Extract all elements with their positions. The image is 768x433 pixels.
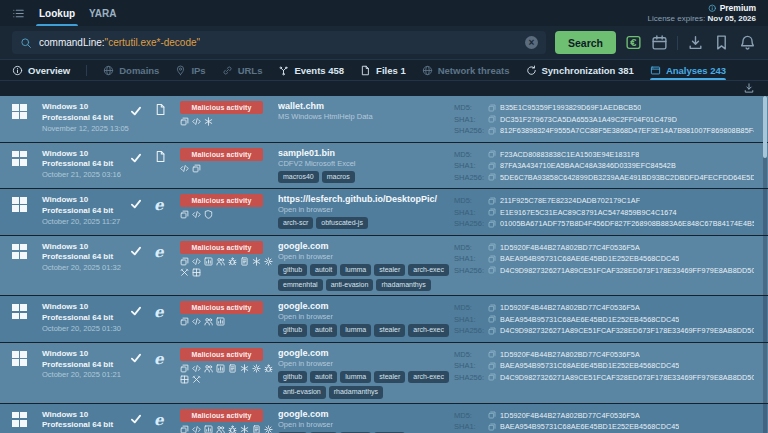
premium-badge[interactable]: Premium — [647, 3, 756, 14]
download-icon[interactable] — [687, 34, 704, 51]
copy-icon[interactable] — [488, 173, 496, 181]
tab-domains[interactable]: Domains — [103, 60, 159, 80]
clear-search-button[interactable]: × — [525, 36, 538, 49]
copy-icon[interactable] — [488, 127, 496, 135]
copy-icon[interactable] — [488, 162, 496, 170]
sha1-value[interactable]: 87FA3A434710EA5BAAC48A3846D0339EFC84542B — [500, 161, 676, 170]
copy-icon[interactable] — [488, 411, 496, 419]
copy-icon[interactable] — [488, 327, 496, 335]
tag-macros[interactable]: macros — [322, 171, 355, 183]
analysis-name[interactable]: google.com — [278, 348, 450, 358]
menu-icon[interactable] — [12, 7, 25, 20]
md5-value[interactable]: 211F925C78E7E82324DADB702179C1AF — [500, 196, 640, 205]
sha256-value[interactable]: D4C9D9827326271A89CE51FCAF328ED673F178E3… — [500, 373, 754, 382]
copy-icon[interactable] — [488, 362, 496, 370]
tag-stealer[interactable]: stealer — [374, 371, 405, 383]
tab-synchronization-381[interactable]: Synchronization 381 — [526, 60, 634, 80]
copy-icon[interactable] — [488, 315, 496, 323]
analysis-name[interactable]: google.com — [278, 409, 450, 419]
md5-value[interactable]: 1D5920F4B44B27A802BD77C4F0536F5A — [500, 243, 640, 252]
analysis-row[interactable]: Windows 10 Professional 64 bitOctober 20… — [0, 189, 768, 235]
tab-yara[interactable]: YARA — [89, 0, 116, 26]
tag-lumma[interactable]: lumma — [340, 324, 371, 336]
analysis-name[interactable]: sample01.bin — [278, 148, 450, 158]
bell-icon[interactable] — [739, 34, 756, 51]
copy-icon[interactable] — [488, 220, 496, 228]
analysis-row[interactable]: Windows 10 Professional 64 bitOctober 20… — [0, 296, 768, 342]
tab-analyses-243[interactable]: Analyses 243 — [650, 60, 726, 80]
analysis-row[interactable]: Windows 10 Professional 64 bitOctober 20… — [0, 343, 768, 403]
tab-network-threats[interactable]: Network threats — [422, 60, 510, 80]
tag-autoit[interactable]: autoit — [310, 324, 337, 336]
sha256-value[interactable]: 5DE6C7BA93858C642899DB3239AAE491BD93BC2D… — [500, 173, 754, 182]
scrollbar[interactable] — [763, 96, 767, 433]
tag-github[interactable]: github — [278, 264, 307, 276]
copy-icon[interactable] — [488, 208, 496, 216]
tab-ips[interactable]: IPs — [175, 60, 205, 80]
md5-value[interactable]: B35E1C95359F1993829D69F1AEDBCB50 — [500, 103, 641, 112]
tag-autoit[interactable]: autoit — [310, 264, 337, 276]
copy-icon[interactable] — [488, 243, 496, 251]
export-icon[interactable] — [743, 82, 755, 94]
credits-icon[interactable] — [625, 34, 642, 51]
analysis-row[interactable]: Windows 10 Professional 64 bitOctober 19… — [0, 404, 768, 433]
md5-value[interactable]: 1D5920F4B44B27A802BD77C4F0536F5A — [500, 303, 640, 312]
sha1-value[interactable]: BAEA954B95731C68AE6E45BD1E252EB4568CDC45 — [500, 422, 679, 431]
sha256-value[interactable]: 01005BA671ADF757B8D4F456DF827F268908B883… — [500, 219, 754, 228]
tab-overview[interactable]: Overview — [12, 60, 70, 80]
tag-arch-exec[interactable]: arch-exec — [408, 264, 449, 276]
tag-autoit[interactable]: autoit — [310, 371, 337, 383]
tab-urls[interactable]: URLs — [222, 60, 263, 80]
tag-obfuscated-js[interactable]: obfuscated-js — [316, 217, 368, 229]
copy-icon[interactable] — [488, 423, 496, 431]
copy-icon[interactable] — [488, 197, 496, 205]
analysis-name[interactable]: https://lesferch.github.io/DesktopPic/ — [278, 194, 450, 204]
sha1-value[interactable]: BAEA954B95731C68AE6E45BD1E252EB4568CDC45 — [500, 315, 679, 324]
bookmark-icon[interactable] — [713, 34, 730, 51]
sha1-value[interactable]: E1E9167E5C31EAC89C8791AC5474859B9C4C1674 — [500, 208, 677, 217]
tag-stealer[interactable]: stealer — [374, 324, 405, 336]
tag-macros40[interactable]: macros40 — [278, 171, 319, 183]
sha256-value[interactable]: D4C9D9827326271A89CE51FCAF328ED673F178E3… — [500, 326, 754, 335]
tag-arch-exec[interactable]: arch-exec — [408, 371, 449, 383]
copy-icon[interactable] — [488, 304, 496, 312]
search-input[interactable]: commandLine:"certutil.exe*-decode" × — [12, 31, 546, 54]
tag-anti-evasion[interactable]: anti-evasion — [278, 386, 326, 398]
copy-icon[interactable] — [488, 255, 496, 263]
search-button[interactable]: Search — [555, 31, 616, 54]
md5-value[interactable]: 1D5920F4B44B27A802BD77C4F0536F5A — [500, 411, 640, 420]
copy-icon[interactable] — [488, 373, 496, 381]
analysis-row[interactable]: Windows 10 Professional 64 bitNovember 1… — [0, 96, 768, 142]
tag-rhadamanthys[interactable]: rhadamanthys — [376, 279, 430, 291]
tag-emmenhtal[interactable]: emmenhtal — [278, 279, 323, 291]
sha256-value[interactable]: 812F63898324F9555A7CC88F5E3868D47EF3E14A… — [500, 126, 754, 135]
analysis-name[interactable]: wallet.chm — [278, 101, 450, 111]
sha1-value[interactable]: DC351F279673CA5DA6553A1A49C2FF04F01C479D — [500, 115, 677, 124]
md5-value[interactable]: 1D5920F4B44B27A802BD77C4F0536F5A — [500, 350, 640, 359]
analysis-name[interactable]: google.com — [278, 301, 450, 311]
tag-anti-evasion[interactable]: anti-evasion — [326, 279, 374, 291]
sha256-value[interactable]: D4C9D9827326271A89CE51FCAF328ED673F178E3… — [500, 266, 754, 275]
scrollbar-thumb[interactable] — [763, 96, 767, 158]
sha1-value[interactable]: BAEA954B95731C68AE6E45BD1E252EB4568CDC45 — [500, 361, 679, 370]
tag-lumma[interactable]: lumma — [340, 264, 371, 276]
analysis-name[interactable]: google.com — [278, 241, 450, 251]
copy-icon[interactable] — [488, 266, 496, 274]
copy-icon[interactable] — [488, 104, 496, 112]
tag-stealer[interactable]: stealer — [374, 264, 405, 276]
tab-files-1[interactable]: Files 1 — [360, 60, 406, 80]
tag-github[interactable]: github — [278, 371, 307, 383]
tab-events-458[interactable]: Events 458 — [278, 60, 344, 80]
tag-lumma[interactable]: lumma — [340, 371, 371, 383]
tag-github[interactable]: github — [278, 324, 307, 336]
md5-value[interactable]: F23ACD80883838C1EA1503E94E1831F8 — [500, 150, 639, 159]
tag-arch-exec[interactable]: arch-exec — [408, 324, 449, 336]
analysis-row[interactable]: Windows 10 Professional 64 bitOctober 20… — [0, 236, 768, 296]
copy-icon[interactable] — [488, 150, 496, 158]
copy-icon[interactable] — [488, 115, 496, 123]
analysis-row[interactable]: Windows 10 Professional 64 bitOctober 21… — [0, 143, 768, 189]
tab-lookup[interactable]: Lookup — [39, 0, 75, 26]
tag-arch-scr[interactable]: arch-scr — [278, 217, 313, 229]
tag-rhadamanthys[interactable]: rhadamanthys — [329, 386, 383, 398]
sha1-value[interactable]: BAEA954B95731C68AE6E45BD1E252EB4568CDC45 — [500, 254, 679, 263]
